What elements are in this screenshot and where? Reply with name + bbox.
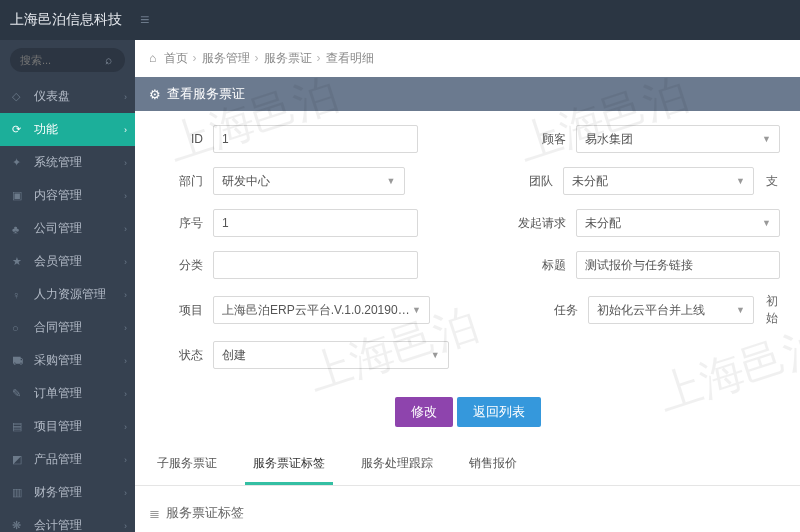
chevron-right-icon: › xyxy=(124,389,127,399)
input-category[interactable] xyxy=(213,251,418,279)
breadcrumb-item[interactable]: 首页 xyxy=(164,51,188,65)
tab-bar: 子服务票证服务票证标签服务处理跟踪销售报价 xyxy=(135,445,800,486)
tab[interactable]: 销售报价 xyxy=(461,445,525,485)
chevron-right-icon: › xyxy=(124,455,127,465)
chevron-right-icon: › xyxy=(124,422,127,432)
input-id[interactable] xyxy=(213,125,418,153)
sidebar-item-label: 订单管理 xyxy=(34,385,82,402)
form: ID 顾客 易水集团▼ 部门 研发中心▼ 团队 未分配▼ 支 序号 xyxy=(135,111,800,389)
tab[interactable]: 服务处理跟踪 xyxy=(353,445,441,485)
tab[interactable]: 子服务票证 xyxy=(149,445,225,485)
sidebar-item-icon: ▤ xyxy=(12,420,28,433)
field-origin: 发起请求 未分配▼ xyxy=(518,209,781,237)
breadcrumb-item: 查看明细 xyxy=(326,51,374,65)
home-icon[interactable]: ⌂ xyxy=(149,51,156,65)
chevron-right-icon: › xyxy=(124,224,127,234)
select-origin[interactable]: 未分配▼ xyxy=(576,209,781,237)
breadcrumb-item[interactable]: 服务管理 xyxy=(202,51,250,65)
button-row: 修改 返回列表 xyxy=(135,389,800,445)
sidebar-item-icon: ▣ xyxy=(12,189,28,202)
field-category: 分类 xyxy=(155,251,418,279)
field-title: 标题 xyxy=(518,251,781,279)
field-project: 项目 上海邑泊ERP云平台.V.1.0.20190316.▼ xyxy=(155,296,430,324)
chevron-right-icon: › xyxy=(124,488,127,498)
sidebar-item-icon: ◩ xyxy=(12,453,28,466)
back-button[interactable]: 返回列表 xyxy=(457,397,541,427)
sidebar-item[interactable]: ✎订单管理› xyxy=(0,377,135,410)
label-status: 状态 xyxy=(155,347,213,364)
chevron-down-icon: ▼ xyxy=(412,305,421,315)
breadcrumb: ⌂ 首页›服务管理›服务票证›查看明细 xyxy=(135,40,800,77)
chevron-right-icon: › xyxy=(317,51,321,65)
sidebar-item[interactable]: ♀人力资源管理› xyxy=(0,278,135,311)
extra-label-1: 支 xyxy=(754,173,780,190)
sub-panel-title: ≣ 服务票证标签 xyxy=(149,500,786,532)
chevron-down-icon: ▼ xyxy=(762,134,771,144)
chevron-right-icon: › xyxy=(124,521,127,531)
sidebar-item[interactable]: ★会员管理› xyxy=(0,245,135,278)
sidebar-item-icon: ▥ xyxy=(12,486,28,499)
sidebar-item[interactable]: ⟳功能› xyxy=(0,113,135,146)
sidebar-item[interactable]: ▣内容管理› xyxy=(0,179,135,212)
chevron-down-icon: ▼ xyxy=(736,176,745,186)
sidebar-item[interactable]: ⛟采购管理› xyxy=(0,344,135,377)
sidebar-item[interactable]: ◇仪表盘› xyxy=(0,80,135,113)
edit-button[interactable]: 修改 xyxy=(395,397,453,427)
sidebar-item[interactable]: ❋会计管理› xyxy=(0,509,135,532)
sidebar-item[interactable]: ▤项目管理› xyxy=(0,410,135,443)
chevron-right-icon: › xyxy=(124,323,127,333)
menu-toggle-icon[interactable]: ≡ xyxy=(140,11,149,29)
sidebar-item[interactable]: ♣公司管理› xyxy=(0,212,135,245)
sidebar-item-label: 人力资源管理 xyxy=(34,286,106,303)
label-task: 任务 xyxy=(530,302,588,319)
chevron-right-icon: › xyxy=(124,356,127,366)
select-dept[interactable]: 研发中心▼ xyxy=(213,167,405,195)
top-bar: 上海邑泊信息科技 ≡ xyxy=(0,0,800,40)
sidebar-item-label: 系统管理 xyxy=(34,154,82,171)
label-seq: 序号 xyxy=(155,215,213,232)
chevron-down-icon: ▼ xyxy=(736,305,745,315)
search-icon[interactable]: ⌕ xyxy=(105,53,112,67)
brand-title: 上海邑泊信息科技 xyxy=(10,11,122,29)
sidebar-item-label: 采购管理 xyxy=(34,352,82,369)
breadcrumb-item[interactable]: 服务票证 xyxy=(264,51,312,65)
sidebar-item-icon: ◇ xyxy=(12,90,28,103)
select-team[interactable]: 未分配▼ xyxy=(563,167,755,195)
select-project[interactable]: 上海邑泊ERP云平台.V.1.0.20190316.▼ xyxy=(213,296,430,324)
select-task[interactable]: 初始化云平台并上线▼ xyxy=(588,296,754,324)
tab[interactable]: 服务票证标签 xyxy=(245,445,333,485)
label-customer: 顾客 xyxy=(518,131,576,148)
sidebar-item-label: 功能 xyxy=(34,121,58,138)
sidebar-item[interactable]: ▥财务管理› xyxy=(0,476,135,509)
chevron-right-icon: › xyxy=(124,191,127,201)
sidebar: ⌕ ◇仪表盘›⟳功能›✦系统管理›▣内容管理›♣公司管理›★会员管理›♀人力资源… xyxy=(0,40,135,532)
sidebar-item-label: 内容管理 xyxy=(34,187,82,204)
sidebar-item[interactable]: ✦系统管理› xyxy=(0,146,135,179)
sidebar-item-icon: ⟳ xyxy=(12,123,28,136)
sidebar-item-icon: ✎ xyxy=(12,387,28,400)
sub-panel: ≣ 服务票证标签 标签标识标签标签类型 1邑泊云产品查看删除2修改缺陷售后服务查… xyxy=(135,486,800,532)
field-status: 状态 创建▼ xyxy=(155,341,449,369)
sidebar-item-label: 仪表盘 xyxy=(34,88,70,105)
field-seq: 序号 xyxy=(155,209,418,237)
sidebar-item[interactable]: ○合同管理› xyxy=(0,311,135,344)
field-id: ID xyxy=(155,125,418,153)
input-seq[interactable] xyxy=(213,209,418,237)
select-status[interactable]: 创建▼ xyxy=(213,341,449,369)
input-title[interactable] xyxy=(576,251,781,279)
main-content: ⌂ 首页›服务管理›服务票证›查看明细 ⚙ 查看服务票证 ID 顾客 易水集团▼… xyxy=(135,40,800,532)
sidebar-item[interactable]: ◩产品管理› xyxy=(0,443,135,476)
chevron-right-icon: › xyxy=(124,257,127,267)
list-icon: ≣ xyxy=(149,506,160,521)
chevron-right-icon: › xyxy=(255,51,259,65)
select-customer[interactable]: 易水集团▼ xyxy=(576,125,781,153)
sidebar-item-label: 会计管理 xyxy=(34,517,82,532)
chevron-down-icon: ▼ xyxy=(762,218,771,228)
gear-icon: ⚙ xyxy=(149,87,161,102)
sidebar-item-icon: ○ xyxy=(12,322,28,334)
chevron-right-icon: › xyxy=(124,290,127,300)
chevron-right-icon: › xyxy=(124,158,127,168)
sidebar-search: ⌕ xyxy=(0,40,135,80)
sidebar-item-icon: ⛟ xyxy=(12,355,28,367)
sidebar-item-icon: ❋ xyxy=(12,519,28,532)
